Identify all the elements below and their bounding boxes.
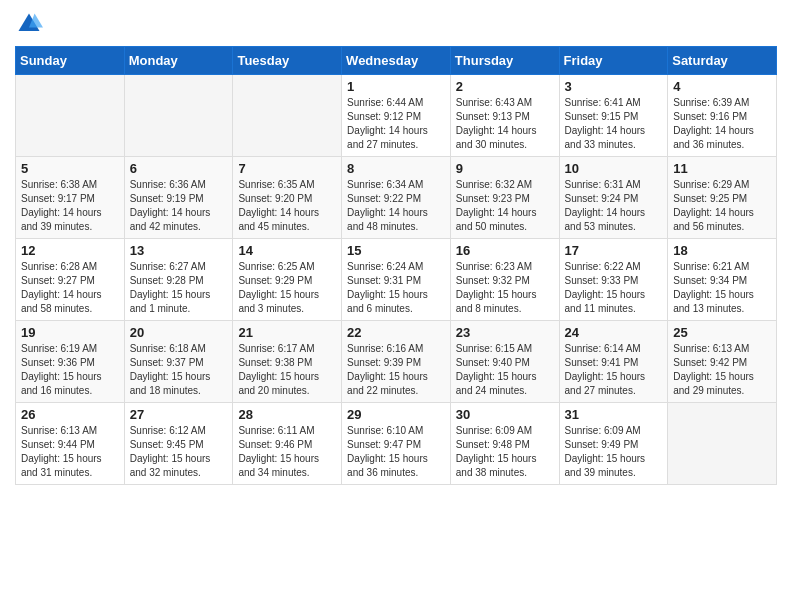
day-info: Sunrise: 6:31 AM Sunset: 9:24 PM Dayligh… — [565, 178, 663, 234]
day-info: Sunrise: 6:18 AM Sunset: 9:37 PM Dayligh… — [130, 342, 228, 398]
day-number: 15 — [347, 243, 445, 258]
calendar-cell: 27Sunrise: 6:12 AM Sunset: 9:45 PM Dayli… — [124, 403, 233, 485]
day-info: Sunrise: 6:34 AM Sunset: 9:22 PM Dayligh… — [347, 178, 445, 234]
calendar-cell: 13Sunrise: 6:27 AM Sunset: 9:28 PM Dayli… — [124, 239, 233, 321]
calendar-week-row: 12Sunrise: 6:28 AM Sunset: 9:27 PM Dayli… — [16, 239, 777, 321]
calendar-cell: 29Sunrise: 6:10 AM Sunset: 9:47 PM Dayli… — [342, 403, 451, 485]
calendar-cell: 28Sunrise: 6:11 AM Sunset: 9:46 PM Dayli… — [233, 403, 342, 485]
day-number: 23 — [456, 325, 554, 340]
weekday-header: Monday — [124, 47, 233, 75]
day-info: Sunrise: 6:21 AM Sunset: 9:34 PM Dayligh… — [673, 260, 771, 316]
calendar-cell: 10Sunrise: 6:31 AM Sunset: 9:24 PM Dayli… — [559, 157, 668, 239]
day-info: Sunrise: 6:39 AM Sunset: 9:16 PM Dayligh… — [673, 96, 771, 152]
day-info: Sunrise: 6:41 AM Sunset: 9:15 PM Dayligh… — [565, 96, 663, 152]
day-number: 30 — [456, 407, 554, 422]
day-number: 24 — [565, 325, 663, 340]
calendar-cell: 8Sunrise: 6:34 AM Sunset: 9:22 PM Daylig… — [342, 157, 451, 239]
calendar-cell: 23Sunrise: 6:15 AM Sunset: 9:40 PM Dayli… — [450, 321, 559, 403]
day-info: Sunrise: 6:16 AM Sunset: 9:39 PM Dayligh… — [347, 342, 445, 398]
calendar-week-row: 1Sunrise: 6:44 AM Sunset: 9:12 PM Daylig… — [16, 75, 777, 157]
calendar-week-row: 19Sunrise: 6:19 AM Sunset: 9:36 PM Dayli… — [16, 321, 777, 403]
day-number: 6 — [130, 161, 228, 176]
day-number: 22 — [347, 325, 445, 340]
weekday-header: Thursday — [450, 47, 559, 75]
calendar-cell: 30Sunrise: 6:09 AM Sunset: 9:48 PM Dayli… — [450, 403, 559, 485]
day-number: 21 — [238, 325, 336, 340]
day-number: 3 — [565, 79, 663, 94]
weekday-header: Friday — [559, 47, 668, 75]
calendar-cell: 14Sunrise: 6:25 AM Sunset: 9:29 PM Dayli… — [233, 239, 342, 321]
day-info: Sunrise: 6:12 AM Sunset: 9:45 PM Dayligh… — [130, 424, 228, 480]
day-info: Sunrise: 6:27 AM Sunset: 9:28 PM Dayligh… — [130, 260, 228, 316]
calendar-cell: 7Sunrise: 6:35 AM Sunset: 9:20 PM Daylig… — [233, 157, 342, 239]
day-number: 11 — [673, 161, 771, 176]
calendar-cell: 5Sunrise: 6:38 AM Sunset: 9:17 PM Daylig… — [16, 157, 125, 239]
day-number: 14 — [238, 243, 336, 258]
calendar-cell — [233, 75, 342, 157]
calendar-cell: 3Sunrise: 6:41 AM Sunset: 9:15 PM Daylig… — [559, 75, 668, 157]
day-number: 8 — [347, 161, 445, 176]
day-info: Sunrise: 6:13 AM Sunset: 9:42 PM Dayligh… — [673, 342, 771, 398]
day-number: 9 — [456, 161, 554, 176]
day-number: 17 — [565, 243, 663, 258]
day-info: Sunrise: 6:36 AM Sunset: 9:19 PM Dayligh… — [130, 178, 228, 234]
day-info: Sunrise: 6:24 AM Sunset: 9:31 PM Dayligh… — [347, 260, 445, 316]
calendar-cell: 21Sunrise: 6:17 AM Sunset: 9:38 PM Dayli… — [233, 321, 342, 403]
day-number: 20 — [130, 325, 228, 340]
calendar-cell: 9Sunrise: 6:32 AM Sunset: 9:23 PM Daylig… — [450, 157, 559, 239]
day-info: Sunrise: 6:43 AM Sunset: 9:13 PM Dayligh… — [456, 96, 554, 152]
weekday-header: Wednesday — [342, 47, 451, 75]
calendar-cell: 17Sunrise: 6:22 AM Sunset: 9:33 PM Dayli… — [559, 239, 668, 321]
day-info: Sunrise: 6:15 AM Sunset: 9:40 PM Dayligh… — [456, 342, 554, 398]
day-number: 29 — [347, 407, 445, 422]
calendar-cell — [16, 75, 125, 157]
calendar-table: SundayMondayTuesdayWednesdayThursdayFrid… — [15, 46, 777, 485]
logo-icon — [15, 10, 43, 38]
calendar-cell: 16Sunrise: 6:23 AM Sunset: 9:32 PM Dayli… — [450, 239, 559, 321]
calendar-cell: 20Sunrise: 6:18 AM Sunset: 9:37 PM Dayli… — [124, 321, 233, 403]
calendar-cell: 31Sunrise: 6:09 AM Sunset: 9:49 PM Dayli… — [559, 403, 668, 485]
calendar-cell: 2Sunrise: 6:43 AM Sunset: 9:13 PM Daylig… — [450, 75, 559, 157]
day-number: 27 — [130, 407, 228, 422]
day-info: Sunrise: 6:10 AM Sunset: 9:47 PM Dayligh… — [347, 424, 445, 480]
day-number: 13 — [130, 243, 228, 258]
calendar-cell: 11Sunrise: 6:29 AM Sunset: 9:25 PM Dayli… — [668, 157, 777, 239]
day-number: 10 — [565, 161, 663, 176]
day-info: Sunrise: 6:28 AM Sunset: 9:27 PM Dayligh… — [21, 260, 119, 316]
day-info: Sunrise: 6:11 AM Sunset: 9:46 PM Dayligh… — [238, 424, 336, 480]
day-info: Sunrise: 6:17 AM Sunset: 9:38 PM Dayligh… — [238, 342, 336, 398]
calendar-cell: 25Sunrise: 6:13 AM Sunset: 9:42 PM Dayli… — [668, 321, 777, 403]
day-info: Sunrise: 6:19 AM Sunset: 9:36 PM Dayligh… — [21, 342, 119, 398]
calendar-cell: 1Sunrise: 6:44 AM Sunset: 9:12 PM Daylig… — [342, 75, 451, 157]
calendar-week-row: 26Sunrise: 6:13 AM Sunset: 9:44 PM Dayli… — [16, 403, 777, 485]
calendar-cell: 26Sunrise: 6:13 AM Sunset: 9:44 PM Dayli… — [16, 403, 125, 485]
calendar-week-row: 5Sunrise: 6:38 AM Sunset: 9:17 PM Daylig… — [16, 157, 777, 239]
day-info: Sunrise: 6:38 AM Sunset: 9:17 PM Dayligh… — [21, 178, 119, 234]
calendar-cell: 18Sunrise: 6:21 AM Sunset: 9:34 PM Dayli… — [668, 239, 777, 321]
logo — [15, 10, 47, 38]
calendar-cell: 24Sunrise: 6:14 AM Sunset: 9:41 PM Dayli… — [559, 321, 668, 403]
calendar-cell: 4Sunrise: 6:39 AM Sunset: 9:16 PM Daylig… — [668, 75, 777, 157]
day-info: Sunrise: 6:09 AM Sunset: 9:48 PM Dayligh… — [456, 424, 554, 480]
day-info: Sunrise: 6:13 AM Sunset: 9:44 PM Dayligh… — [21, 424, 119, 480]
day-number: 4 — [673, 79, 771, 94]
weekday-header: Tuesday — [233, 47, 342, 75]
day-info: Sunrise: 6:14 AM Sunset: 9:41 PM Dayligh… — [565, 342, 663, 398]
day-number: 2 — [456, 79, 554, 94]
weekday-header: Sunday — [16, 47, 125, 75]
day-info: Sunrise: 6:32 AM Sunset: 9:23 PM Dayligh… — [456, 178, 554, 234]
weekday-header: Saturday — [668, 47, 777, 75]
calendar-cell: 19Sunrise: 6:19 AM Sunset: 9:36 PM Dayli… — [16, 321, 125, 403]
day-number: 19 — [21, 325, 119, 340]
page-header — [15, 10, 777, 38]
day-number: 28 — [238, 407, 336, 422]
day-number: 1 — [347, 79, 445, 94]
day-number: 26 — [21, 407, 119, 422]
calendar-cell: 15Sunrise: 6:24 AM Sunset: 9:31 PM Dayli… — [342, 239, 451, 321]
day-info: Sunrise: 6:25 AM Sunset: 9:29 PM Dayligh… — [238, 260, 336, 316]
day-info: Sunrise: 6:22 AM Sunset: 9:33 PM Dayligh… — [565, 260, 663, 316]
day-number: 5 — [21, 161, 119, 176]
calendar-cell: 6Sunrise: 6:36 AM Sunset: 9:19 PM Daylig… — [124, 157, 233, 239]
day-number: 31 — [565, 407, 663, 422]
day-info: Sunrise: 6:35 AM Sunset: 9:20 PM Dayligh… — [238, 178, 336, 234]
